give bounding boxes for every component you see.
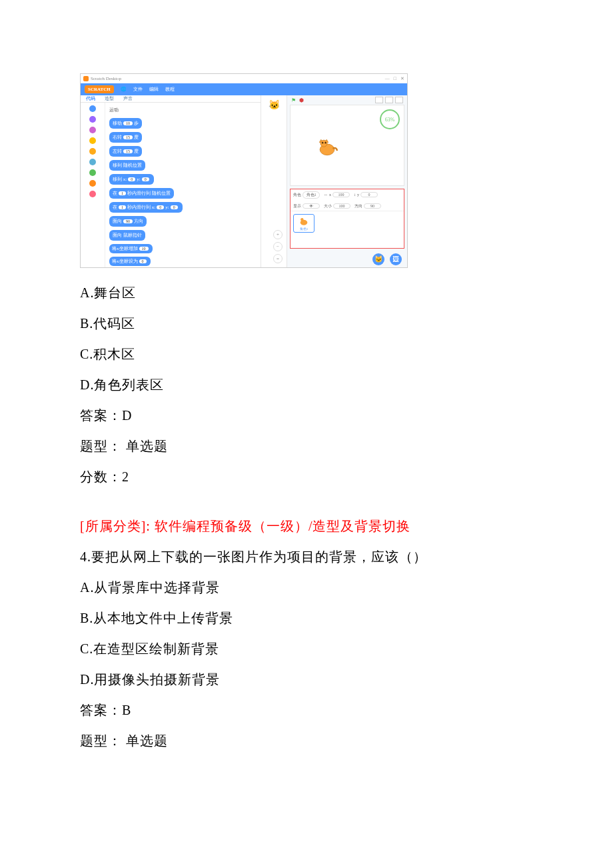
cat-events-icon[interactable]: [89, 137, 96, 144]
zoom-reset-icon[interactable]: =: [273, 254, 283, 263]
add-backdrop-button[interactable]: 🖼: [390, 253, 402, 265]
q3-score: 分数：2: [80, 461, 533, 492]
add-sprite-button[interactable]: 🐱: [372, 253, 384, 265]
q4-category: [所属分类]: 软件编程预备级（一级）/造型及背景切换: [80, 511, 533, 541]
green-flag-icon[interactable]: ⚑: [291, 97, 296, 103]
block-set-x[interactable]: 将x坐标设为0: [109, 257, 151, 266]
stop-icon[interactable]: ⬢: [299, 97, 304, 103]
tab-code[interactable]: 代码: [86, 95, 95, 102]
svg-point-4: [322, 142, 323, 143]
window-title: Scratch Desktop: [91, 76, 121, 81]
cat-sound-icon[interactable]: [89, 127, 96, 133]
maximize-icon[interactable]: □: [394, 76, 396, 81]
block-goto-xy[interactable]: 移到 x:0y:0: [109, 174, 154, 185]
block-change-x[interactable]: 将x坐标增加10: [109, 244, 153, 253]
q4-option-c: C.在造型区绘制新背景: [80, 633, 533, 664]
q4-type: 题型： 单选题: [80, 725, 533, 756]
q3-answer: 答案：D: [80, 400, 533, 431]
stage-area[interactable]: 63%: [290, 105, 404, 186]
zoom-in-icon[interactable]: +: [273, 230, 283, 239]
blocks-list: 运动 移动10步 右转15度 左转15度 移到 随机位置 移到 x:0y:0 在…: [105, 103, 261, 268]
minimize-icon[interactable]: —: [385, 76, 390, 81]
sprite-watermark-icon: 🐱: [269, 99, 280, 111]
svg-point-5: [325, 142, 326, 143]
tab-sounds[interactable]: 声音: [123, 95, 133, 102]
q3-type: 题型： 单选题: [80, 431, 533, 461]
stage-large-icon[interactable]: [385, 97, 393, 103]
svg-point-7: [301, 218, 303, 221]
block-categories: [81, 103, 105, 268]
stage-full-icon[interactable]: [395, 97, 403, 103]
window-titlebar: Scratch Desktop — □ ✕: [81, 74, 407, 83]
block-point-dir[interactable]: 面向90方向: [109, 216, 147, 227]
sprite-show-label: 显示: [293, 203, 301, 209]
zoom-out-icon[interactable]: −: [273, 242, 283, 251]
window-controls: — □ ✕: [385, 76, 404, 81]
tab-costumes[interactable]: 造型: [105, 95, 114, 102]
block-turn-left[interactable]: 左转15度: [109, 146, 142, 157]
sprite-dir-input[interactable]: 90: [364, 203, 381, 209]
menu-edit[interactable]: 编辑: [149, 86, 159, 93]
close-icon[interactable]: ✕: [400, 76, 404, 81]
sprite-name-label: 角色: [293, 192, 301, 198]
sprite-list: 角色1: [291, 211, 404, 248]
scratch-screenshot: Scratch Desktop — □ ✕ SCRATCH 🌐 文件 编辑 教程…: [80, 73, 408, 268]
brand-badge: SCRATCH: [85, 85, 114, 93]
block-goto-random[interactable]: 移到 随机位置: [109, 160, 145, 171]
stage-controls: ⚑ ⬢: [287, 95, 407, 105]
menu-bar: SCRATCH 🌐 文件 编辑 教程: [81, 83, 407, 95]
globe-icon[interactable]: 🌐: [121, 87, 127, 92]
q3-option-b: B.代码区: [80, 308, 533, 339]
q3-option-a: A.舞台区: [80, 277, 533, 308]
sprite-card[interactable]: 角色1: [293, 214, 314, 233]
sprite-size-input[interactable]: 100: [333, 203, 350, 209]
sprite-card-label: 角色1: [295, 227, 312, 231]
q3-option-c: C.积木区: [80, 339, 533, 369]
sprite-name-input[interactable]: 角色1: [303, 191, 320, 199]
sprite-thumb-icon: [295, 216, 312, 227]
block-glide-xy[interactable]: 在1秒内滑行到 x:0y:0: [109, 202, 183, 213]
editor-tabs: 代码 造型 声音: [81, 95, 261, 103]
sprite-size-label: 大小: [324, 203, 332, 209]
stage-badge: 63%: [380, 109, 400, 129]
menu-tutorials[interactable]: 教程: [165, 86, 175, 93]
sprite-y-label: y: [357, 193, 359, 197]
block-glide-random[interactable]: 在1秒内滑行到 随机位置: [109, 188, 174, 199]
category-heading: 运动: [109, 107, 257, 113]
q4-option-b: B.从本地文件中上传背景: [80, 603, 533, 633]
cat-variables-icon[interactable]: [89, 180, 96, 187]
cat-operators-icon[interactable]: [89, 169, 96, 176]
sprite-y-input[interactable]: 0: [360, 192, 378, 197]
code-workspace[interactable]: 🐱 + − =: [261, 95, 287, 267]
block-turn-right[interactable]: 右转15度: [109, 132, 142, 143]
q4-option-a: A.从背景库中选择背景: [80, 572, 533, 603]
sprite-properties: 角色角色1 ↔x100 ↕y0 显示👁 大小100 方向90: [291, 189, 404, 211]
scratch-logo-icon: [83, 76, 89, 81]
sprite-x-label: x: [329, 193, 331, 197]
q4-stem: 4.要把从网上下载的一张图片作为项目的背景，应该（）: [80, 541, 533, 572]
q3-option-d: D.角色列表区: [80, 369, 533, 400]
menu-file[interactable]: 文件: [133, 86, 143, 93]
sprite-dir-label: 方向: [354, 203, 362, 209]
sprite-show-toggle[interactable]: 👁: [303, 203, 320, 209]
block-point-mouse[interactable]: 面向 鼠标指针: [109, 230, 145, 241]
cat-myblocks-icon[interactable]: [89, 191, 96, 197]
stage-small-icon[interactable]: [375, 97, 383, 103]
cat-sensing-icon[interactable]: [89, 159, 96, 165]
q4-option-d: D.用摄像头拍摄新背景: [80, 664, 533, 695]
q4-answer: 答案：B: [80, 695, 533, 725]
cat-motion-icon[interactable]: [89, 105, 96, 112]
block-move[interactable]: 移动10步: [109, 118, 142, 129]
scratch-cat-icon: [316, 137, 338, 157]
sprite-x-input[interactable]: 100: [332, 192, 350, 197]
sprite-list-panel: 角色角色1 ↔x100 ↕y0 显示👁 大小100 方向90: [290, 189, 404, 249]
cat-looks-icon[interactable]: [89, 116, 96, 123]
cat-control-icon[interactable]: [89, 148, 96, 155]
